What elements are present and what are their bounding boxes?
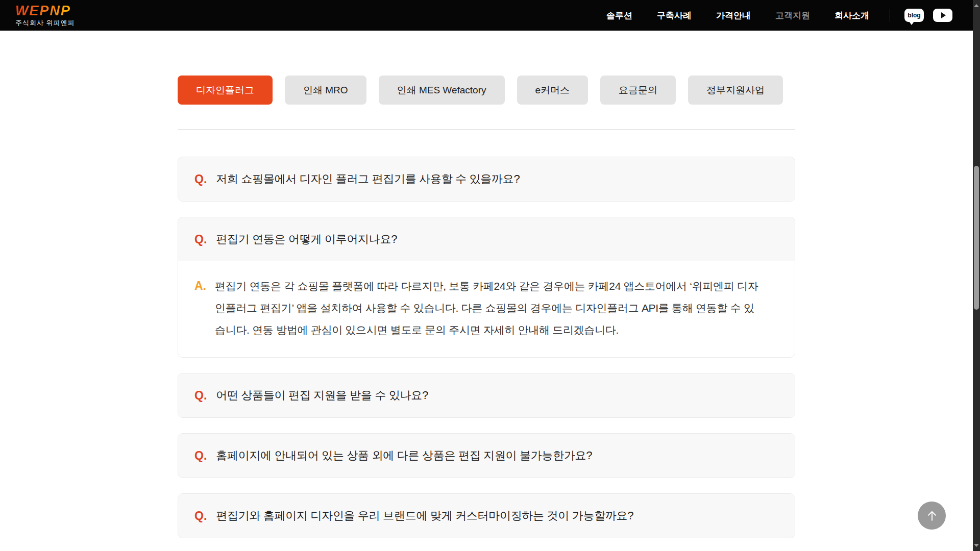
logo-subtitle: 주식회사 위피엔피 [15, 18, 75, 28]
main-nav: 솔루션 구축사례 가격안내 고객지원 회사소개 [606, 10, 869, 21]
faq-item-2-expanded[interactable]: Q. 편집기 연동은 어떻게 이루어지나요? A. 편집기 연동은 각 쇼핑몰 … [178, 217, 795, 358]
faq-item-1[interactable]: Q. 저희 쇼핑몰에서 디자인 플러그 편집기를 사용할 수 있을까요? [178, 157, 795, 202]
nav-item-support[interactable]: 고객지원 [775, 10, 810, 21]
page-content: 디자인플러그 인쇄 MRO 인쇄 MES Wefactory e커머스 요금문의… [0, 31, 973, 551]
nav-item-solution[interactable]: 솔루션 [606, 10, 632, 21]
q-prefix: Q. [194, 172, 207, 186]
faq-item-5[interactable]: Q. 편집기와 홈페이지 디자인을 우리 브랜드에 맞게 커스터마이징하는 것이… [178, 493, 795, 538]
logo-wordmark: WEPNP [15, 4, 75, 18]
faq-answer-text: 편집기 연동은 각 쇼핑몰 플랫폼에 따라 다르지만, 보통 카페24와 같은 … [215, 280, 758, 336]
top-navbar: WEPNP 주식회사 위피엔피 솔루션 구축사례 가격안내 고객지원 회사소개 … [0, 0, 973, 31]
faq-question-row: Q. 저희 쇼핑몰에서 디자인 플러그 편집기를 사용할 수 있을까요? [178, 157, 795, 201]
scrollbar-thumb[interactable] [974, 166, 979, 310]
company-logo[interactable]: WEPNP 주식회사 위피엔피 [15, 4, 75, 28]
faq-question-row: Q. 어떤 상품들이 편집 지원을 받을 수 있나요? [178, 373, 795, 417]
faq-question-text: 홈페이지에 안내되어 있는 상품 외에 다른 상품은 편집 지원이 불가능한가요… [216, 448, 592, 463]
faq-list: Q. 저희 쇼핑몰에서 디자인 플러그 편집기를 사용할 수 있을까요? Q. … [178, 157, 795, 551]
faq-question-text: 저희 쇼핑몰에서 디자인 플러그 편집기를 사용할 수 있을까요? [216, 171, 520, 187]
faq-question-text: 어떤 상품들이 편집 지원을 받을 수 있나요? [216, 388, 428, 403]
tab-ecommerce[interactable]: e커머스 [517, 76, 589, 105]
social-icons: blog [904, 9, 952, 22]
faq-item-4[interactable]: Q. 홈페이지에 안내되어 있는 상품 외에 다른 상품은 편집 지원이 불가능… [178, 433, 795, 478]
arrow-up-icon [925, 509, 939, 522]
q-prefix: Q. [194, 233, 207, 246]
youtube-icon[interactable] [933, 9, 952, 22]
q-prefix: Q. [194, 389, 207, 403]
faq-question-text: 편집기 연동은 어떻게 이루어지나요? [216, 232, 397, 247]
nav-item-about[interactable]: 회사소개 [835, 10, 869, 21]
tab-print-mro[interactable]: 인쇄 MRO [285, 76, 366, 105]
section-divider [178, 129, 795, 130]
faq-item-3[interactable]: Q. 어떤 상품들이 편집 지원을 받을 수 있나요? [178, 373, 795, 418]
nav-divider [890, 9, 890, 22]
q-prefix: Q. [194, 509, 207, 523]
scrollbar-up-arrow-icon[interactable] [974, 3, 979, 8]
tab-gov-support[interactable]: 정부지원사업 [688, 76, 783, 105]
tab-print-mes-wefactory[interactable]: 인쇄 MES Wefactory [379, 76, 505, 105]
faq-question-row: Q. 홈페이지에 안내되어 있는 상품 외에 다른 상품은 편집 지원이 불가능… [178, 434, 795, 478]
window-scrollbar[interactable] [973, 0, 980, 551]
blog-icon[interactable]: blog [904, 9, 924, 22]
q-prefix: Q. [194, 449, 207, 463]
scrollbar-down-arrow-icon[interactable] [974, 543, 979, 548]
tab-pricing-inquiry[interactable]: 요금문의 [600, 76, 676, 105]
nav-item-cases[interactable]: 구축사례 [657, 10, 692, 21]
faq-question-text: 편집기와 홈페이지 디자인을 우리 브랜드에 맞게 커스터마이징하는 것이 가능… [216, 508, 633, 523]
faq-question-row: Q. 편집기 연동은 어떻게 이루어지나요? [178, 217, 795, 261]
play-icon [941, 12, 946, 18]
scroll-to-top-button[interactable] [918, 502, 946, 530]
a-prefix: A. [194, 275, 206, 297]
nav-item-pricing[interactable]: 가격안내 [716, 10, 751, 21]
faq-answer-row: A. 편집기 연동은 각 쇼핑몰 플랫폼에 따라 다르지만, 보통 카페24와 … [178, 261, 795, 357]
faq-category-tabs: 디자인플러그 인쇄 MRO 인쇄 MES Wefactory e커머스 요금문의… [178, 76, 795, 105]
faq-question-row: Q. 편집기와 홈페이지 디자인을 우리 브랜드에 맞게 커스터마이징하는 것이… [178, 494, 795, 538]
tab-design-plug[interactable]: 디자인플러그 [178, 76, 273, 105]
